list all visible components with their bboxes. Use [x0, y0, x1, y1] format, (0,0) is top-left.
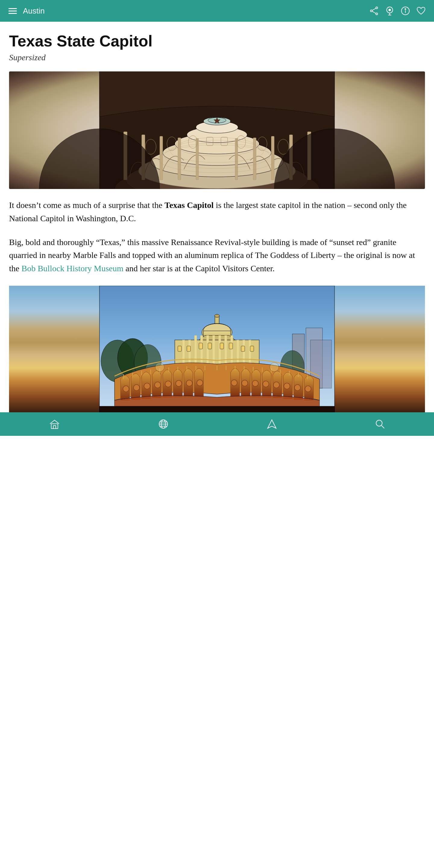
- second-image-exterior: [9, 286, 425, 412]
- svg-rect-116: [178, 346, 181, 351]
- svg-point-80: [165, 381, 171, 387]
- svg-rect-123: [250, 346, 254, 351]
- paragraph-2: Big, bold and thoroughly “Texas,” this m…: [9, 236, 425, 275]
- svg-point-84: [231, 380, 237, 386]
- svg-rect-119: [208, 343, 212, 349]
- location-icon[interactable]: [385, 6, 394, 16]
- svg-point-81: [176, 380, 182, 386]
- bob-bullock-link[interactable]: Bob Bullock History Museum: [22, 264, 123, 273]
- svg-marker-131: [268, 420, 276, 428]
- svg-rect-31: [271, 136, 274, 180]
- svg-line-133: [381, 426, 384, 428]
- menu-icon[interactable]: [8, 8, 17, 14]
- info-icon[interactable]: [401, 6, 410, 16]
- svg-rect-120: [220, 343, 224, 349]
- nav-title: Austin: [23, 6, 44, 16]
- svg-rect-124: [51, 424, 58, 429]
- svg-rect-29: [235, 138, 238, 180]
- svg-point-115: [270, 363, 279, 372]
- svg-rect-122: [241, 346, 245, 351]
- svg-point-0: [376, 7, 378, 9]
- svg-point-79: [155, 382, 161, 388]
- heart-icon[interactable]: [416, 7, 426, 15]
- svg-marker-63: [199, 336, 235, 340]
- hero-image-dome: [9, 71, 425, 189]
- home-icon[interactable]: [43, 416, 66, 432]
- main-content: Texas State Capitol Supersized: [0, 22, 434, 412]
- svg-point-85: [242, 380, 248, 386]
- svg-line-4: [372, 11, 376, 13]
- article-subtitle: Supersized: [9, 53, 425, 62]
- search-icon[interactable]: [369, 416, 391, 432]
- svg-point-77: [133, 384, 140, 391]
- svg-point-86: [252, 380, 258, 386]
- svg-point-90: [294, 384, 301, 391]
- svg-point-87: [263, 381, 269, 387]
- paragraph-1: It doesn’t come as much of a surprise th…: [9, 198, 425, 225]
- navigate-icon[interactable]: [261, 416, 283, 432]
- globe-icon[interactable]: [152, 415, 175, 433]
- article-body: It doesn’t come as much of a surprise th…: [9, 198, 425, 275]
- svg-rect-28: [196, 138, 198, 180]
- svg-rect-117: [187, 346, 190, 351]
- nav-action-icons: [370, 6, 426, 16]
- svg-point-132: [376, 420, 382, 426]
- svg-line-3: [372, 8, 376, 10]
- svg-point-88: [273, 382, 279, 388]
- svg-rect-125: [53, 426, 56, 429]
- svg-point-58: [215, 314, 219, 317]
- svg-rect-26: [160, 136, 163, 180]
- svg-point-114: [155, 363, 164, 372]
- svg-point-76: [123, 386, 129, 392]
- svg-point-1: [370, 10, 372, 12]
- svg-point-83: [197, 380, 203, 386]
- svg-point-78: [144, 383, 150, 389]
- svg-point-11: [405, 9, 406, 10]
- svg-point-82: [186, 380, 192, 386]
- svg-rect-121: [229, 343, 233, 349]
- svg-point-6: [389, 9, 391, 11]
- svg-rect-118: [199, 343, 203, 349]
- article-title: Texas State Capitol: [9, 33, 425, 50]
- share-icon[interactable]: [370, 6, 378, 16]
- svg-point-89: [284, 383, 290, 389]
- bottom-navigation: [0, 412, 434, 436]
- svg-point-2: [376, 13, 378, 15]
- svg-point-91: [305, 386, 311, 392]
- svg-rect-113: [99, 406, 335, 412]
- top-navigation: Austin: [0, 0, 434, 22]
